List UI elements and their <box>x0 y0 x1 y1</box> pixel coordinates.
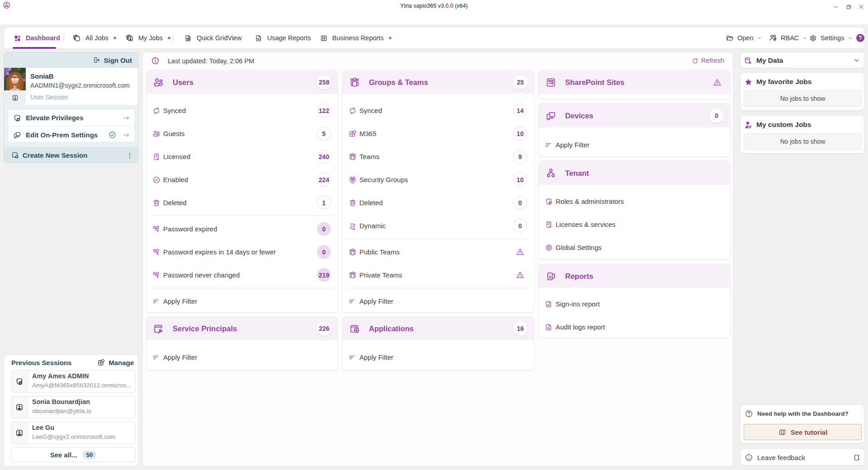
card-title: Service Principals <box>173 324 237 333</box>
count-badge: 226 <box>317 321 331 336</box>
sharepoint-header[interactable]: SharePoint Sites <box>539 70 730 94</box>
users-card-header[interactable]: Users 258 <box>146 70 338 94</box>
reports-header[interactable]: Reports <box>539 264 730 288</box>
service-principals-header[interactable]: Service Principals 226 <box>146 317 338 340</box>
row-m365[interactable]: M365 10 <box>343 122 534 145</box>
divider <box>346 288 530 288</box>
count-badge: 122 <box>317 103 331 118</box>
tab-quick-gridview[interactable]: Quick GridView <box>184 28 242 48</box>
row-licensed[interactable]: Licensed 240 <box>146 145 338 168</box>
session-item[interactable]: Sonia Bounardjian sbounardjian@ytria.io <box>11 396 136 418</box>
session-item[interactable]: Lee Gu LeeG@sygx2.onmicrosoft.com <box>11 422 136 444</box>
row-security-groups[interactable]: Security Groups 10 <box>343 168 534 191</box>
see-all-button[interactable]: See all... 50 <box>11 447 136 462</box>
card-title: Users <box>173 78 193 87</box>
help-button[interactable]: ? <box>856 34 864 42</box>
edit-onprem-button[interactable]: Edit On-Prem Settings <box>8 127 135 143</box>
session-email: sbounardjian@ytria.io <box>32 408 91 414</box>
session-email: LeeG@sygx2.onmicrosoft.com <box>32 433 116 440</box>
row-licenses-services[interactable]: Licenses & services <box>539 213 730 236</box>
see-tutorial-button[interactable]: See tutorial <box>744 424 862 440</box>
row-synced[interactable]: Synced 122 <box>146 99 338 122</box>
row-private-teams[interactable]: Private Teams <box>343 263 534 287</box>
row-audit-logs-report[interactable]: Audit logs report <box>539 315 730 338</box>
my-data-card[interactable]: My Data <box>740 52 864 68</box>
count-badge: 0 <box>317 245 331 259</box>
row-teams[interactable]: Teams 9 <box>343 145 534 168</box>
tab-all-jobs[interactable]: All Jobs <box>72 28 116 48</box>
row-password-never-changed[interactable]: Password never changed 219 <box>146 263 338 287</box>
job-card-header: My custom Jobs <box>741 116 864 134</box>
row-label: Security Groups <box>359 176 408 183</box>
gear-icon <box>544 243 553 252</box>
row-label: Global Settings <box>556 244 602 251</box>
row-password-expired[interactable]: Password expired 0 <box>146 217 338 240</box>
open-label: Open <box>737 34 753 42</box>
apply-filter-button[interactable]: Apply Filter <box>146 290 338 313</box>
devices-header[interactable]: Devices 0 <box>539 104 730 127</box>
row-deleted[interactable]: Deleted 0 <box>343 191 534 214</box>
elevate-privileges-button[interactable]: Elevate Privileges <box>8 109 135 126</box>
tenant-header[interactable]: Tenant <box>539 161 730 185</box>
session-type-badge <box>4 90 26 105</box>
tab-usage-reports[interactable]: Usage Reports <box>255 28 311 48</box>
kebab-menu-icon[interactable] <box>126 151 134 160</box>
tab-label: Usage Reports <box>267 34 311 42</box>
sign-out-button[interactable]: Sign Out <box>4 52 138 68</box>
manage-button[interactable]: Manage <box>97 357 134 368</box>
star-icon <box>744 77 753 87</box>
open-menu[interactable]: Open <box>726 28 762 48</box>
settings-menu[interactable]: Settings <box>809 28 853 48</box>
row-guests[interactable]: Guests 5 <box>146 122 338 145</box>
filter-icon <box>152 353 160 362</box>
apply-filter-button[interactable]: Apply Filter <box>343 346 534 369</box>
row-synced[interactable]: Synced 14 <box>343 99 534 122</box>
keys-icon <box>152 248 161 257</box>
card-title: SharePoint Sites <box>565 78 624 87</box>
count-badge: 0 <box>513 219 527 233</box>
restore-button[interactable] <box>842 0 855 14</box>
active-tab-underline <box>13 47 56 49</box>
apply-filter-label: Apply Filter <box>556 141 590 149</box>
my-data-row[interactable]: My Data <box>741 52 864 69</box>
tab-label: Business Reports <box>332 34 384 42</box>
row-deleted[interactable]: Deleted 1 <box>146 191 338 214</box>
database-person-icon <box>743 56 753 66</box>
custom-jobs-title: My custom Jobs <box>756 121 811 129</box>
tab-my-jobs[interactable]: My Jobs <box>125 28 170 48</box>
row-password-expires-soon[interactable]: Password expires in 14 days or fewer 0 <box>146 240 338 263</box>
create-new-session-button[interactable]: Create New Session <box>4 147 138 163</box>
divider <box>150 216 334 216</box>
tenant-card: Tenant Roles & administrators Licenses &… <box>538 161 731 260</box>
row-public-teams[interactable]: Public Teams <box>343 240 534 263</box>
see-all-label: See all... <box>50 451 77 459</box>
expand-icon[interactable] <box>852 453 861 462</box>
title-bar: Ytria sapio365 v3.0.0 (x64) <box>0 0 868 24</box>
row-dynamic[interactable]: Dynamic 0 <box>343 214 534 237</box>
row-enabled[interactable]: Enabled 224 <box>146 168 338 191</box>
row-signins-report[interactable]: Sign-ins report <box>539 292 730 315</box>
tab-dashboard[interactable]: Dashboard <box>13 28 60 48</box>
user-email: AADMIN1@sygx2.onmicrosoft.com <box>30 82 130 89</box>
session-item[interactable]: Amy Ames ADMIN AmyA@M365x85832012.onmicr… <box>11 370 136 393</box>
groups-teams-header[interactable]: Groups & Teams 25 <box>343 70 534 94</box>
session-panel: Sign Out <box>4 52 138 163</box>
apply-filter-button[interactable]: Apply Filter <box>539 133 730 156</box>
my-data-label: My Data <box>756 56 783 65</box>
row-roles-administrators[interactable]: Roles & administrators <box>539 190 730 213</box>
minimize-button[interactable] <box>829 0 842 14</box>
tenant-icon <box>545 167 557 179</box>
row-global-settings[interactable]: Global Settings <box>539 236 730 259</box>
apply-filter-button[interactable]: Apply Filter <box>146 346 338 369</box>
question-circle-icon <box>744 409 754 418</box>
apply-filter-button[interactable]: Apply Filter <box>343 290 534 313</box>
row-label: Synced <box>359 107 382 114</box>
applications-header[interactable]: Applications 16 <box>343 317 534 340</box>
rbac-menu[interactable]: RBAC <box>769 28 808 48</box>
row-label: Licensed <box>163 153 190 160</box>
feedback-card[interactable]: Leave feedback <box>740 448 864 465</box>
close-button[interactable] <box>854 0 868 14</box>
devices-icon <box>13 131 22 140</box>
tab-business-reports[interactable]: Business Reports <box>320 28 392 48</box>
chevron-down-icon[interactable] <box>853 56 860 64</box>
